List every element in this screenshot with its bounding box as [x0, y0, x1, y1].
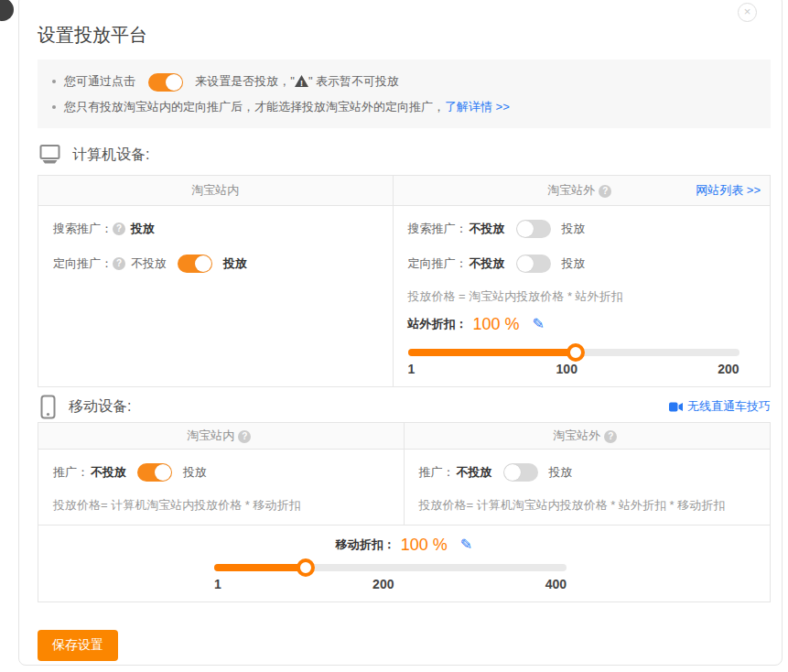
mobile-section-title: 移动设备:: [69, 397, 131, 417]
slider-track[interactable]: [408, 349, 739, 356]
toggle-knob: [155, 464, 171, 481]
toggle-knob: [517, 255, 534, 272]
help-icon[interactable]: ?: [604, 430, 617, 443]
note-text: 来设置是否投放，": [195, 74, 295, 88]
pc-onsite-target-toggle[interactable]: [178, 255, 212, 273]
pc-section-title: 计算机设备:: [72, 146, 149, 165]
mobile-onsite-header-label: 淘宝站内: [187, 428, 234, 442]
mobile-offsite-cell: 推广： 不投放 投放 投放价格= 计算机淘宝站内投放价格 * 站外折扣 * 移动…: [405, 450, 771, 525]
pc-onsite-cell: 搜索推广：? 投放 定向推广：? 不投放 投放: [38, 206, 394, 386]
mobile-discount-row: 移动折扣： 100 % ✎: [38, 533, 770, 557]
site-list-link[interactable]: 网站列表 >>: [696, 176, 761, 205]
mobile-offsite-toggle[interactable]: [503, 463, 538, 482]
warning-icon: !: [295, 75, 308, 87]
mobile-discount-slider[interactable]: 1 200 400: [214, 564, 567, 593]
mobile-table: 淘宝站内? 淘宝站外? 推广： 不投放 投放 投放价格= 计算机淘宝站内投放价格…: [38, 422, 771, 602]
mobile-onsite-toggle[interactable]: [137, 463, 172, 482]
mobile-offsite-header: 淘宝站外?: [405, 423, 771, 449]
search-promo-label: 搜索推广：: [408, 221, 468, 237]
tick-max: 400: [545, 577, 567, 591]
target-promo-label: 定向推广：: [408, 255, 468, 272]
tick-max: 200: [718, 362, 739, 376]
note-line-1: 您可通过点击 来设置是否投放，"!" 表示暂不可投放: [50, 70, 758, 92]
pc-offsite-target-row: 定向推广： 不投放 投放: [408, 252, 771, 276]
mobile-section-header: 移动设备: 无线直通车技巧: [38, 395, 771, 418]
pc-offsite-search-toggle[interactable]: [516, 220, 551, 238]
tick-mid: 200: [372, 577, 394, 591]
pc-offsite-target-toggle[interactable]: [516, 255, 551, 273]
toggle-on-label: 投放: [549, 464, 573, 481]
edit-pencil-icon[interactable]: ✎: [460, 537, 472, 552]
slider-fill: [214, 564, 306, 571]
toggle-knob: [517, 221, 534, 237]
toggle-on-label: 投放: [562, 221, 586, 237]
pc-onsite-search-row: 搜索推广：? 投放: [53, 217, 393, 241]
save-settings-button[interactable]: 保存设置: [38, 630, 118, 661]
toggle-off-label: 不投放: [470, 255, 505, 272]
phone-icon: [40, 395, 56, 419]
example-toggle[interactable]: [148, 73, 183, 92]
toggle-knob: [504, 464, 521, 481]
mobile-table-body: 推广： 不投放 投放 投放价格= 计算机淘宝站内投放价格 * 移动折扣 推广： …: [38, 450, 770, 526]
slider-ticks: 1 200 400: [214, 577, 567, 593]
offsite-discount-slider[interactable]: 1 100 200: [408, 349, 739, 378]
pc-onsite-target-row: 定向推广：? 不投放 投放: [53, 252, 393, 276]
toggle-on-label: 投放: [562, 255, 586, 272]
pc-onsite-header-label: 淘宝站内: [191, 183, 239, 197]
placement-settings-dialog: × 设置投放平台 您可通过点击 来设置是否投放，"!" 表示暂不可投放 您只有投…: [18, 0, 783, 666]
promo-label: 推广：: [419, 464, 455, 481]
slider-fill: [408, 349, 577, 356]
mobile-offsite-header-label: 淘宝站外: [553, 428, 600, 442]
search-promo-value: 投放: [131, 221, 155, 237]
edit-pencil-icon[interactable]: ✎: [533, 317, 545, 331]
offsite-price-formula: 投放价格 = 淘宝站内投放价格 * 站外折扣: [408, 288, 756, 305]
tick-mid: 100: [556, 362, 578, 376]
wireless-tips-label: 无线直通车技巧: [687, 398, 771, 415]
pc-section-header: 计算机设备:: [38, 143, 771, 167]
close-icon[interactable]: ×: [738, 3, 757, 22]
slider-handle[interactable]: [297, 558, 315, 577]
mobile-onsite-cell: 推广： 不投放 投放 投放价格= 计算机淘宝站内投放价格 * 移动折扣: [38, 450, 405, 525]
toggle-knob: [166, 74, 182, 91]
toggle-off-label: 不投放: [457, 464, 492, 481]
tick-min: 1: [408, 362, 416, 376]
bullet-dot: [52, 80, 56, 83]
mobile-discount-area: 移动折扣： 100 % ✎ 1 200 400: [38, 526, 770, 602]
help-icon[interactable]: ?: [113, 257, 125, 270]
pc-table-header: 淘宝站内 淘宝站外? 网站列表 >>: [38, 176, 770, 206]
mobile-offsite-promo-row: 推广： 不投放 投放: [419, 461, 771, 484]
pc-offsite-header-label: 淘宝站外: [547, 183, 595, 197]
help-icon[interactable]: ?: [599, 185, 611, 198]
toggle-off-label: 不投放: [470, 221, 505, 237]
mobile-table-header: 淘宝站内? 淘宝站外?: [38, 423, 770, 450]
svg-text:!: !: [300, 79, 303, 88]
bullet-dot: [52, 105, 56, 109]
computer-icon: [38, 144, 62, 166]
slider-track[interactable]: [214, 564, 567, 571]
offsite-discount-label: 站外折扣：: [408, 316, 468, 332]
mobile-discount-label: 移动折扣：: [336, 537, 395, 553]
note-text: " 表示暂不可投放: [308, 74, 399, 88]
pc-onsite-header: 淘宝站内: [38, 176, 394, 205]
dialog-title: 设置投放平台: [38, 24, 782, 46]
note-line-2: 您只有投放淘宝站内的定向推广后，才能选择投放淘宝站外的定向推广，了解详情 >>: [50, 95, 758, 118]
notes-box: 您可通过点击 来设置是否投放，"!" 表示暂不可投放 您只有投放淘宝站内的定向推…: [38, 60, 771, 128]
learn-more-link[interactable]: 了解详情 >>: [445, 100, 510, 114]
help-icon[interactable]: ?: [238, 430, 251, 443]
pc-offsite-cell: 搜索推广： 不投放 投放 定向推广： 不投放 投放 投放价格 = 淘宝站内投放价…: [394, 206, 771, 386]
slider-ticks: 1 100 200: [408, 362, 739, 378]
note-text: 您只有投放淘宝站内的定向推广后，才能选择投放淘宝站外的定向推广，: [64, 100, 445, 114]
mobile-onsite-header: 淘宝站内?: [38, 423, 405, 449]
slider-handle[interactable]: [567, 343, 585, 362]
offsite-discount-row: 站外折扣： 100 % ✎: [408, 312, 771, 336]
toggle-knob: [195, 255, 211, 272]
background-bubble-icon: [0, 0, 14, 21]
toggle-on-label: 投放: [183, 464, 207, 481]
help-icon[interactable]: ?: [113, 222, 125, 235]
pc-offsite-header: 淘宝站外? 网站列表 >>: [394, 176, 771, 205]
pc-table-body: 搜索推广：? 投放 定向推广：? 不投放 投放 搜索推广： 不投放 投放: [38, 206, 770, 386]
toggle-on-label: 投放: [223, 255, 247, 272]
wireless-tips-link[interactable]: 无线直通车技巧: [669, 398, 771, 415]
offsite-discount-value: 100 %: [473, 315, 520, 334]
mobile-discount-value: 100 %: [401, 536, 448, 555]
